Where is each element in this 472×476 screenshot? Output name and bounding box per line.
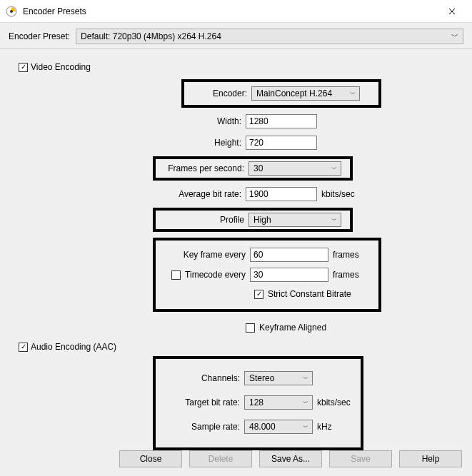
dialog-body: Video Encoding Encoder: MainConcept H.26… [0, 49, 472, 450]
video-settings: Encoder: MainConcept H.264 ﹀ Width: 1280… [10, 76, 462, 338]
window-title: Encoder Presets [23, 6, 438, 16]
channels-select[interactable]: Stereo ﹀ [244, 371, 313, 385]
encoder-presets-window: Encoder Presets Encoder Preset: Default:… [0, 0, 472, 476]
height-input[interactable]: 720 [246, 136, 317, 150]
titlebar: Encoder Presets [0, 0, 472, 23]
close-button[interactable] [438, 0, 466, 23]
close-dialog-button[interactable]: Close [119, 450, 182, 467]
target-br-select[interactable]: 128 ﹀ [244, 395, 313, 410]
height-label: Height: [153, 138, 246, 148]
keyframe-input[interactable]: 60 [250, 248, 328, 262]
timecode-unit: frames [333, 270, 359, 280]
highlight-encoder: Encoder: MainConcept H.264 ﹀ [181, 79, 381, 108]
profile-value: High [253, 215, 271, 225]
audio-encoding-label: Audio Encoding (AAC) [31, 342, 116, 352]
timecode-input[interactable]: 30 [250, 268, 328, 282]
preset-select[interactable]: Default: 720p30 (4Mbps) x264 H.264 ﹀ [76, 29, 463, 44]
close-icon [448, 8, 456, 15]
width-input[interactable]: 1280 [246, 114, 317, 128]
highlight-fps: Frames per second: 30 ﹀ [153, 156, 353, 181]
chevron-down-icon: ﹀ [331, 165, 337, 173]
highlight-audio-group: Channels: Stereo ﹀ Target bit rate: 128 … [153, 356, 363, 450]
svg-point-1 [10, 10, 13, 13]
target-br-label: Target bit rate: [166, 397, 244, 407]
sample-rate-unit: kHz [317, 422, 332, 432]
video-encoding-checkbox[interactable]: Video Encoding [19, 62, 462, 72]
chevron-down-icon: ﹀ [303, 399, 308, 407]
chevron-down-icon: ﹀ [331, 216, 337, 224]
video-encoding-label: Video Encoding [31, 62, 91, 72]
sample-rate-value: 48.000 [249, 422, 276, 432]
chevron-down-icon: ﹀ [303, 375, 308, 383]
highlight-profile: Profile High ﹀ [153, 208, 353, 232]
encoder-select[interactable]: MainConcept H.264 ﹀ [251, 86, 360, 101]
strict-cbr-label: Strict Constant Bitrate [268, 289, 351, 299]
button-bar: Close Delete Save As... Save Help [119, 450, 462, 467]
target-br-value: 128 [249, 397, 263, 407]
keyframe-label: Key frame every [163, 250, 250, 260]
channels-label: Channels: [166, 373, 244, 383]
keyframe-aligned-checkbox[interactable] [246, 323, 255, 333]
fps-label: Frames per second: [161, 163, 248, 173]
chevron-down-icon: ﹀ [451, 31, 458, 41]
delete-button[interactable]: Delete [189, 450, 252, 467]
keyframe-aligned-label: Keyframe Aligned [259, 323, 326, 333]
help-button[interactable]: Help [399, 450, 462, 467]
target-br-unit: kbits/sec [317, 397, 351, 407]
abr-input[interactable]: 1900 [246, 187, 317, 201]
profile-select[interactable]: High ﹀ [248, 213, 341, 227]
width-label: Width: [153, 116, 246, 126]
abr-label: Average bit rate: [153, 189, 246, 199]
app-icon [6, 6, 17, 17]
audio-settings: Channels: Stereo ﹀ Target bit rate: 128 … [153, 352, 462, 450]
checkbox-icon [19, 63, 28, 72]
profile-label: Profile [161, 215, 248, 225]
preset-label: Encoder Preset: [9, 31, 70, 41]
keyframe-unit: frames [333, 250, 359, 260]
strict-cbr-checkbox[interactable] [254, 290, 263, 299]
sample-rate-label: Sample rate: [166, 422, 244, 432]
encoder-value: MainConcept H.264 [256, 88, 332, 98]
save-as-button[interactable]: Save As... [259, 450, 322, 467]
chevron-down-icon: ﹀ [303, 423, 308, 431]
timecode-label: Timecode every [185, 270, 246, 280]
audio-encoding-checkbox[interactable]: Audio Encoding (AAC) [19, 342, 462, 352]
sample-rate-select[interactable]: 48.000 ﹀ [244, 420, 313, 434]
abr-unit: kbits/sec [321, 189, 355, 199]
channels-value: Stereo [249, 373, 274, 383]
checkbox-icon [19, 343, 28, 352]
preset-row: Encoder Preset: Default: 720p30 (4Mbps) … [0, 23, 472, 49]
save-button[interactable]: Save [329, 450, 392, 467]
chevron-down-icon: ﹀ [350, 90, 356, 98]
fps-value: 30 [253, 163, 263, 173]
fps-select[interactable]: 30 ﹀ [248, 161, 341, 176]
preset-value: Default: 720p30 (4Mbps) x264 H.264 [81, 31, 221, 41]
encoder-label: Encoder: [190, 88, 251, 98]
highlight-keyframe-group: Key frame every 60 frames Timecode every… [153, 238, 381, 312]
timecode-checkbox[interactable] [171, 270, 181, 280]
